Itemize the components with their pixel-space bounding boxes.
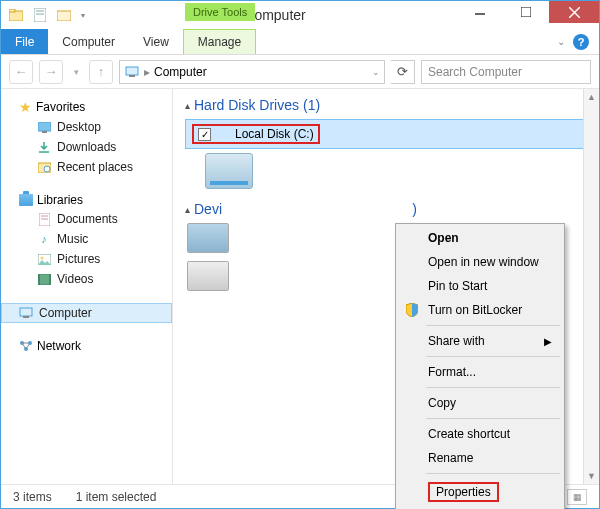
dvd-drive-icon[interactable]	[187, 261, 229, 291]
libraries-icon	[19, 194, 33, 206]
svg-rect-11	[129, 75, 135, 77]
svg-rect-13	[42, 131, 47, 133]
scroll-up-icon[interactable]: ▲	[584, 89, 599, 105]
sidebar-group-libraries[interactable]: Libraries	[1, 191, 172, 209]
svg-point-16	[44, 166, 50, 172]
icons-view-button[interactable]: ▦	[567, 489, 587, 505]
sidebar-item-videos[interactable]: Videos	[1, 269, 172, 289]
annotation-highlight: ✓ Local Disk (C:)	[192, 124, 320, 144]
back-button[interactable]: ←	[9, 60, 33, 84]
group-hard-disk-drives[interactable]: ▴ Hard Disk Drives (1)	[185, 97, 587, 113]
explorer-window: ▾ Computer Drive Tools File Computer Vie…	[0, 0, 600, 509]
address-dropdown-icon[interactable]: ⌄	[372, 67, 380, 77]
sidebar-item-computer[interactable]: Computer	[1, 303, 172, 323]
forward-button[interactable]: →	[39, 60, 63, 84]
submenu-arrow-icon: ▶	[544, 336, 552, 347]
close-button[interactable]	[549, 1, 599, 23]
sidebar-item-music[interactable]: ♪Music	[1, 229, 172, 249]
ctx-create-shortcut[interactable]: Create shortcut	[398, 422, 562, 446]
recent-icon	[37, 160, 51, 174]
minimize-button[interactable]	[457, 1, 503, 23]
separator	[426, 325, 560, 326]
sidebar-item-downloads[interactable]: Downloads	[1, 137, 172, 157]
desktop-icon	[37, 120, 51, 134]
sidebar-item-network[interactable]: Network	[1, 337, 172, 355]
ctx-rename[interactable]: Rename	[398, 446, 562, 470]
group-devices[interactable]: ▴ Devi )	[185, 201, 587, 217]
svg-point-21	[40, 256, 43, 259]
svg-rect-5	[57, 11, 71, 21]
separator	[426, 356, 560, 357]
context-menu: Open Open in new window Pin to Start Tur…	[395, 223, 565, 509]
svg-rect-26	[23, 316, 29, 318]
ribbon-tabs: Drive Tools File Computer View Manage ⌄ …	[1, 29, 599, 55]
folder-icon[interactable]	[5, 4, 27, 26]
vertical-scrollbar[interactable]: ▲ ▼	[583, 89, 599, 484]
star-icon: ★	[19, 99, 32, 115]
tab-file[interactable]: File	[1, 29, 48, 54]
properties-icon[interactable]	[29, 4, 51, 26]
history-dropdown-icon[interactable]: ▾	[69, 60, 83, 84]
videos-icon	[37, 272, 51, 286]
svg-rect-25	[20, 308, 32, 316]
navigation-bar: ← → ▾ ↑ ▸ Computer ⌄ ⟳ Search Computer	[1, 55, 599, 89]
up-button[interactable]: ↑	[89, 60, 113, 84]
ctx-pin-to-start[interactable]: Pin to Start	[398, 274, 562, 298]
ctx-bitlocker[interactable]: Turn on BitLocker	[398, 298, 562, 322]
separator	[426, 418, 560, 419]
svg-rect-10	[126, 67, 138, 75]
tab-view[interactable]: View	[129, 29, 183, 54]
collapse-icon[interactable]: ▴	[185, 100, 190, 111]
scroll-down-icon[interactable]: ▼	[584, 468, 599, 484]
status-item-count: 3 items	[13, 490, 52, 504]
contextual-tab-header: Drive Tools	[185, 3, 255, 21]
explorer-body: ★Favorites Desktop Downloads Recent plac…	[1, 89, 599, 484]
drive-local-disk-c[interactable]: ✓ Local Disk (C:)	[185, 119, 587, 149]
collapse-icon[interactable]: ▴	[185, 204, 190, 215]
help-icon[interactable]: ?	[573, 34, 589, 50]
search-input[interactable]: Search Computer	[421, 60, 591, 84]
sidebar-item-pictures[interactable]: Pictures	[1, 249, 172, 269]
status-selected-count: 1 item selected	[76, 490, 157, 504]
window-controls	[457, 1, 599, 29]
ribbon-expand-icon[interactable]: ⌄	[557, 36, 565, 47]
sidebar-group-favorites[interactable]: ★Favorites	[1, 97, 172, 117]
separator	[426, 387, 560, 388]
computer-icon	[124, 65, 140, 79]
tab-manage[interactable]: Manage	[183, 29, 256, 54]
drive-checkbox[interactable]: ✓	[198, 128, 211, 141]
window-title: Computer	[93, 7, 457, 23]
ctx-share-with[interactable]: Share with▶	[398, 329, 562, 353]
svg-rect-12	[38, 122, 51, 131]
breadcrumb-separator-icon: ▸	[144, 65, 150, 79]
tab-computer[interactable]: Computer	[48, 29, 129, 54]
new-folder-icon[interactable]	[53, 4, 75, 26]
downloads-icon	[37, 140, 51, 154]
svg-rect-24	[49, 274, 51, 285]
svg-rect-23	[38, 274, 40, 285]
ctx-copy[interactable]: Copy	[398, 391, 562, 415]
drive-label: Local Disk (C:)	[219, 127, 314, 141]
svg-rect-7	[521, 7, 531, 17]
computer-icon	[19, 306, 33, 320]
sidebar-item-documents[interactable]: Documents	[1, 209, 172, 229]
network-icon	[19, 339, 33, 353]
sidebar-item-desktop[interactable]: Desktop	[1, 117, 172, 137]
breadcrumb[interactable]: Computer	[154, 65, 207, 79]
sidebar-item-recent[interactable]: Recent places	[1, 157, 172, 177]
address-bar[interactable]: ▸ Computer ⌄	[119, 60, 385, 84]
floppy-drive-icon[interactable]	[187, 223, 229, 253]
shield-icon	[404, 302, 420, 318]
svg-rect-1	[9, 9, 15, 12]
ctx-format[interactable]: Format...	[398, 360, 562, 384]
music-icon: ♪	[37, 232, 51, 246]
ctx-properties[interactable]: Properties	[398, 477, 562, 507]
qat-dropdown-icon[interactable]: ▾	[77, 4, 89, 26]
title-bar: ▾ Computer	[1, 1, 599, 29]
ctx-open[interactable]: Open	[398, 226, 562, 250]
drive-icon[interactable]	[205, 153, 253, 189]
maximize-button[interactable]	[503, 1, 549, 23]
separator	[426, 473, 560, 474]
ctx-open-new-window[interactable]: Open in new window	[398, 250, 562, 274]
refresh-button[interactable]: ⟳	[391, 60, 415, 84]
